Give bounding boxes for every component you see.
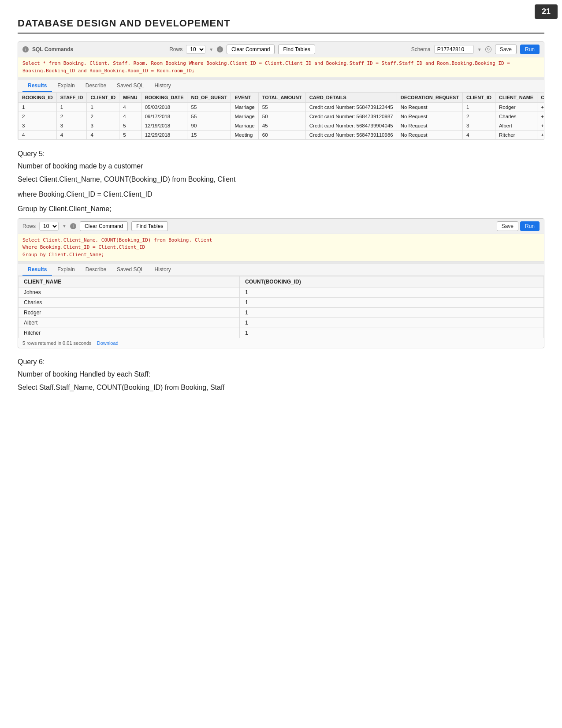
list-item: Rodger1: [19, 308, 544, 318]
query6-section: Query 6: Number of booking Handled by ea…: [18, 358, 544, 393]
sql-panel-1: i SQL Commands Rows 10 ▼ i Clear Command…: [18, 41, 544, 140]
chevron-icon-1: ▼: [209, 47, 213, 52]
table-cell: Marriage: [231, 112, 258, 121]
table-cell: 1: [239, 287, 543, 298]
col-client-id2: CLIENT_ID: [463, 93, 495, 103]
col-booking-id: BOOKING_ID: [19, 93, 57, 103]
sql-commands-label: SQL Commands: [32, 46, 73, 52]
clear-command-btn-2[interactable]: Clear Command: [80, 221, 128, 231]
table-cell: 1: [239, 308, 543, 318]
save-btn-1[interactable]: Save: [495, 45, 517, 54]
tab-explain-1[interactable]: Explain: [52, 80, 80, 92]
table-cell: Credit card Number: 5684739123445: [305, 103, 397, 112]
col2-client-name: CLIENT_NAME: [19, 276, 240, 287]
find-tables-btn-2[interactable]: Find Tables: [131, 221, 168, 231]
table-cell: No Request: [397, 103, 462, 112]
rows-label-1: Rows: [169, 46, 182, 52]
table-cell: 5: [119, 121, 141, 131]
table-cell: 4: [119, 103, 141, 112]
schema-input-1[interactable]: [434, 45, 474, 54]
table-header-row-1: BOOKING_ID STAFF_ID CLIENT_ID MENU BOOKI…: [19, 93, 544, 103]
table-cell: 1: [87, 103, 119, 112]
table-cell: Charles: [19, 298, 240, 308]
list-item: Ritcher1: [19, 328, 544, 338]
rows-select-2[interactable]: 10: [39, 222, 59, 231]
table-cell: +63749500: [537, 112, 544, 121]
query5-sql-3: Group by Client.Client_Name;: [18, 203, 544, 215]
col-booking-date: BOOKING_DATE: [141, 93, 187, 103]
tab-results-1[interactable]: Results: [22, 80, 52, 92]
tab-history-1[interactable]: History: [149, 80, 176, 92]
run-btn-2[interactable]: Run: [520, 221, 540, 231]
table-cell: Marriage: [231, 121, 258, 131]
table2-header-row: CLIENT_NAME COUNT(BOOKING_ID): [19, 276, 544, 287]
sql-code-line3-2: Group by Client.Client_Name;: [22, 251, 540, 259]
table-row: 111405/03/201855Marriage55Credit card Nu…: [19, 103, 544, 112]
table-cell: Marriage: [231, 103, 258, 112]
col-client-ad: CLIENT_AD: [537, 93, 544, 103]
schema-label-1: Schema: [411, 46, 431, 52]
query6-sql-1: Select Staff.Staff_Name, COUNT(Booking_I…: [18, 382, 544, 393]
table-cell: 1: [56, 103, 87, 112]
download-link[interactable]: Download: [97, 340, 119, 346]
run-btn-1[interactable]: Run: [520, 45, 540, 54]
table-cell: Albert: [495, 121, 537, 131]
col-total-amount: TOTAL_AMOUNT: [258, 93, 305, 103]
table-cell: 55: [187, 103, 231, 112]
query5-label: Query 5:: [18, 150, 544, 158]
page-number: 21: [535, 4, 558, 19]
table-cell: +98405972: [537, 121, 544, 131]
tab-history-2[interactable]: History: [149, 264, 176, 276]
table2-body: Johnes1Charles1Rodger1Albert1Ritcher1: [19, 287, 544, 338]
table-cell: 45: [258, 121, 305, 131]
table1-body: 111405/03/201855Marriage55Credit card Nu…: [19, 103, 544, 140]
table-cell: 2: [19, 112, 57, 121]
table-cell: 12/19/2018: [141, 121, 187, 131]
col-client-id: CLIENT_ID: [87, 93, 119, 103]
tab-saved-sql-1[interactable]: Saved SQL: [112, 80, 149, 92]
table-cell: 3: [463, 121, 495, 131]
page-title: DATABASE DESIGN AND DEVELOPEMENT: [18, 18, 544, 34]
list-item: Albert1: [19, 318, 544, 328]
tab-saved-sql-2[interactable]: Saved SQL: [112, 264, 149, 276]
table-cell: 4: [56, 131, 87, 140]
table-cell: 4: [119, 112, 141, 121]
table-cell: Rodger: [495, 103, 537, 112]
schema-chevron-1: ▼: [477, 47, 482, 52]
save-btn-2[interactable]: Save: [497, 221, 518, 231]
sql-code-area-2[interactable]: Select Client.Client_Name, COUNT(Booking…: [18, 234, 544, 262]
table-cell: 2: [87, 112, 119, 121]
clear-command-btn-1[interactable]: Clear Command: [227, 45, 275, 54]
query6-desc: Number of booking Handled by each Staff:: [18, 370, 544, 378]
table-cell: 4: [463, 131, 495, 140]
col-staff-id: STAFF_ID: [56, 93, 87, 103]
query5-sql-2: where Booking.Client_ID = Client.Client_…: [18, 189, 544, 200]
table-cell: +97348900: [537, 103, 544, 112]
find-tables-btn-1[interactable]: Find Tables: [278, 45, 315, 54]
table-cell: Ritcher: [495, 131, 537, 140]
table-cell: 15: [187, 131, 231, 140]
table-cell: 05/03/2018: [141, 103, 187, 112]
sql-code-area-1[interactable]: Select * from Booking, Client, Staff, Ro…: [18, 57, 544, 78]
info-icon-rows-1: i: [217, 46, 223, 52]
table-cell: Credit card Number: 5684739904045: [305, 121, 397, 131]
tab-describe-1[interactable]: Describe: [80, 80, 112, 92]
table-cell: No Request: [397, 121, 462, 131]
table-cell: 50: [258, 112, 305, 121]
result-table-2: CLIENT_NAME COUNT(BOOKING_ID) Johnes1Cha…: [18, 276, 544, 338]
rows-select-1[interactable]: 10: [186, 45, 205, 54]
tab-explain-2[interactable]: Explain: [52, 264, 80, 276]
refresh-icon-1: ↻: [485, 46, 491, 52]
table-cell: 60: [258, 131, 305, 140]
table-cell: Johnes: [19, 287, 240, 298]
sql-code-text-1: Select * from Booking, Client, Staff, Ro…: [22, 60, 510, 74]
query5-section: Query 5: Number of booking made by a cus…: [18, 150, 544, 215]
table-cell: 4: [87, 131, 119, 140]
info-icon-2: i: [70, 223, 76, 229]
tab-describe-2[interactable]: Describe: [80, 264, 112, 276]
tab-results-2[interactable]: Results: [22, 264, 52, 276]
table-cell: No Request: [397, 112, 462, 121]
table-cell: 55: [187, 112, 231, 121]
table-row: 444512/29/201815Meeting60Credit card Num…: [19, 131, 544, 140]
query6-label: Query 6:: [18, 358, 544, 366]
